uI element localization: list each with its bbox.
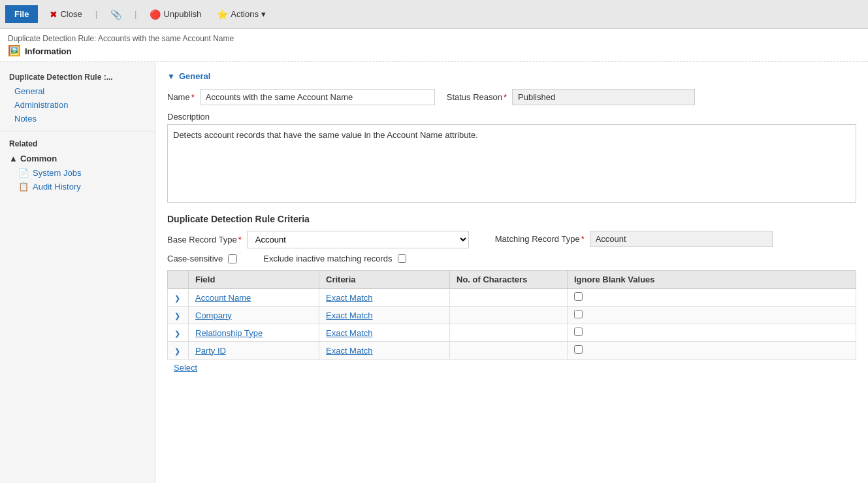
field-cell: Account Name — [189, 289, 319, 307]
options-row: Case-sensitive Exclude inactive matching… — [167, 254, 856, 263]
common-group-header[interactable]: ▲ Common — [0, 151, 155, 166]
field-link[interactable]: Company — [195, 311, 232, 320]
content-area: ▼ General Name* Status Reason* Published… — [155, 62, 868, 483]
attach-button[interactable]: 📎 — [106, 7, 125, 22]
expand-icon[interactable]: ❯ — [174, 329, 180, 337]
ignore-blank-checkbox[interactable] — [574, 292, 583, 301]
criteria-cell: Exact Match — [319, 307, 450, 324]
file-button[interactable]: File — [5, 5, 38, 23]
th-field: Field — [189, 271, 319, 289]
th-chars: No. of Characters — [450, 271, 568, 289]
matching-record-type-value: Account — [590, 231, 773, 247]
name-label: Name* — [167, 92, 195, 102]
status-reason-value: Published — [512, 89, 695, 105]
sidebar-item-administration[interactable]: Administration — [0, 98, 155, 112]
matching-record-label: Matching Record Type* — [495, 234, 585, 244]
status-required: * — [504, 92, 507, 102]
expand-cell[interactable]: ❯ — [168, 289, 189, 307]
breadcrumb: Duplicate Detection Rule: Accounts with … — [8, 34, 860, 43]
field-cell: Company — [189, 307, 319, 324]
related-title: Related — [0, 137, 155, 151]
table-row: ❯Party IDExact Match — [168, 342, 856, 360]
description-label: Description — [167, 112, 856, 122]
field-link[interactable]: Account Name — [195, 293, 251, 303]
table-row: ❯Account NameExact Match — [168, 289, 856, 307]
toolbar: File ✖ Close | 📎 | 🔴 Unpublish ⭐ Actions… — [0, 0, 868, 29]
header-area: Duplicate Detection Rule: Accounts with … — [0, 29, 868, 62]
th-criteria: Criteria — [319, 271, 450, 289]
expand-icon[interactable]: ❯ — [174, 312, 180, 320]
base-record-type-select[interactable]: Account — [247, 231, 469, 248]
expand-cell[interactable]: ❯ — [168, 342, 189, 360]
close-button[interactable]: ✖ Close — [46, 7, 86, 22]
criteria-link[interactable]: Exact Match — [326, 328, 373, 338]
unpublish-button[interactable]: 🔴 Unpublish — [146, 7, 205, 22]
separator-2: | — [135, 9, 137, 19]
name-input[interactable] — [200, 89, 435, 105]
system-jobs-icon: 📄 — [18, 168, 29, 178]
sidebar-item-notes[interactable]: Notes — [0, 112, 155, 126]
audit-history-icon: 📋 — [18, 182, 29, 192]
sidebar-item-general[interactable]: General — [0, 84, 155, 98]
th-expand — [168, 271, 189, 289]
expand-cell[interactable]: ❯ — [168, 307, 189, 324]
sidebar-item-audit-history[interactable]: 📋 Audit History — [0, 180, 155, 194]
sidebar: Duplicate Detection Rule :... General Ad… — [0, 62, 155, 483]
chars-cell — [450, 324, 568, 342]
ignore-blank-checkbox[interactable] — [574, 328, 583, 336]
description-textarea[interactable]: Detects account records that have the sa… — [167, 124, 856, 203]
description-section: Description Detects account records that… — [167, 112, 856, 205]
case-sensitive-checkbox[interactable] — [228, 254, 237, 263]
base-required: * — [238, 235, 242, 244]
ignore-blank-cell — [568, 307, 856, 324]
select-link[interactable]: Select — [167, 360, 204, 376]
case-sensitive-col: Case-sensitive — [167, 254, 237, 263]
ignore-blank-checkbox[interactable] — [574, 310, 583, 318]
page-title: 🖼️ Information — [8, 44, 860, 58]
attach-icon: 📎 — [110, 9, 121, 20]
field-link[interactable]: Party ID — [195, 346, 226, 356]
expand-cell[interactable]: ❯ — [168, 324, 189, 342]
criteria-link[interactable]: Exact Match — [326, 346, 373, 356]
criteria-link[interactable]: Exact Match — [326, 293, 373, 303]
chars-cell — [450, 289, 568, 307]
general-section-header: ▼ General — [167, 71, 856, 81]
table-row: ❯Relationship TypeExact Match — [168, 324, 856, 342]
base-record-label: Base Record Type* — [167, 235, 242, 244]
expand-icon[interactable]: ❯ — [174, 347, 180, 355]
criteria-cell: Exact Match — [319, 324, 450, 342]
field-link[interactable]: Relationship Type — [195, 328, 263, 338]
record-type-row: Base Record Type* Account Matching Recor… — [167, 231, 856, 248]
field-cell: Party ID — [189, 342, 319, 360]
ignore-blank-cell — [568, 342, 856, 360]
field-cell: Relationship Type — [189, 324, 319, 342]
select-link-row: Select — [167, 360, 856, 376]
chars-cell — [450, 342, 568, 360]
actions-button[interactable]: ⭐ Actions ▾ — [213, 7, 270, 22]
page-title-text: Information — [25, 46, 72, 56]
name-field-group: Name* — [167, 89, 435, 105]
common-group-label: Common — [20, 154, 57, 163]
general-toggle-icon[interactable]: ▼ — [167, 72, 175, 81]
sidebar-item-system-jobs[interactable]: 📄 System Jobs — [0, 166, 155, 180]
sidebar-divider — [0, 131, 155, 131]
actions-dropdown-icon: ▾ — [261, 9, 266, 19]
main-layout: Duplicate Detection Rule :... General Ad… — [0, 62, 868, 483]
sidebar-section-title: Duplicate Detection Rule :... — [0, 69, 155, 84]
unpublish-label: Unpublish — [163, 9, 201, 19]
ignore-blank-cell — [568, 324, 856, 342]
criteria-cell: Exact Match — [319, 342, 450, 360]
case-sensitive-label: Case-sensitive — [167, 254, 223, 263]
actions-icon: ⭐ — [217, 9, 228, 20]
criteria-section-title: Duplicate Detection Rule Criteria — [167, 214, 856, 224]
criteria-link[interactable]: Exact Match — [326, 311, 373, 320]
ignore-blank-checkbox[interactable] — [574, 345, 583, 354]
exclude-inactive-checkbox[interactable] — [398, 254, 406, 263]
name-status-row: Name* Status Reason* Published — [167, 89, 856, 105]
expand-icon[interactable]: ❯ — [174, 294, 180, 302]
status-reason-label: Status Reason* — [447, 92, 507, 102]
separator-1: | — [95, 9, 97, 19]
criteria-cell: Exact Match — [319, 289, 450, 307]
close-label: Close — [60, 9, 82, 19]
exclude-inactive-label: Exclude inactive matching records — [263, 254, 392, 263]
